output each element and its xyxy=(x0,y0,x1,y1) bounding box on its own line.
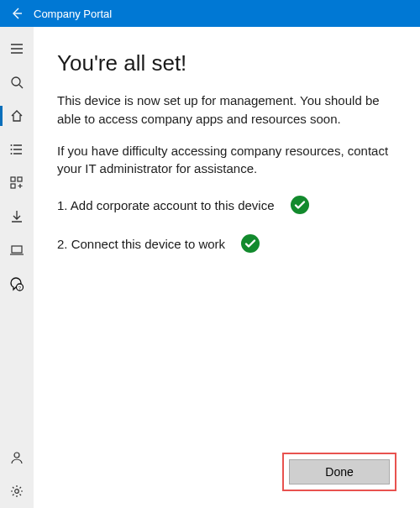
svg-rect-5 xyxy=(18,177,22,181)
settings-icon xyxy=(10,484,24,498)
footer: Done xyxy=(57,453,396,491)
svg-rect-7 xyxy=(12,246,22,253)
step-item: 1. Add corporate account to this device xyxy=(57,195,396,215)
step-label: 2. Connect this device to work xyxy=(57,237,225,251)
nav-menu[interactable] xyxy=(0,32,34,65)
download-icon xyxy=(10,210,24,223)
setup-steps: 1. Add corporate account to this device … xyxy=(57,195,396,272)
apps-icon xyxy=(10,176,24,190)
nav-downloads[interactable] xyxy=(0,200,34,233)
support-icon: ? xyxy=(10,277,24,291)
nav-search[interactable] xyxy=(0,65,34,99)
user-icon xyxy=(10,451,24,464)
svg-point-0 xyxy=(12,77,20,86)
nav-settings[interactable] xyxy=(0,474,34,508)
sidebar: ? xyxy=(0,27,34,508)
svg-point-3 xyxy=(11,153,13,154)
device-icon xyxy=(10,244,24,257)
svg-point-1 xyxy=(11,144,13,146)
svg-point-2 xyxy=(11,149,13,150)
list-icon xyxy=(10,143,24,156)
main-content: You're all set! This device is now set u… xyxy=(34,27,420,508)
home-icon xyxy=(10,109,24,123)
nav-apps[interactable] xyxy=(0,166,34,200)
nav-devices[interactable] xyxy=(0,233,34,267)
svg-rect-4 xyxy=(11,177,15,181)
search-icon xyxy=(10,76,24,89)
nav-home[interactable] xyxy=(0,99,34,133)
svg-point-11 xyxy=(15,490,19,494)
app-title: Company Portal xyxy=(34,8,112,20)
nav-list[interactable] xyxy=(0,133,34,166)
done-button[interactable]: Done xyxy=(289,459,390,484)
page-heading: You're all set! xyxy=(57,50,396,76)
step-item: 2. Connect this device to work xyxy=(57,233,396,254)
app-shell: ? You're all set! This device is now set… xyxy=(0,27,420,508)
back-button[interactable] xyxy=(5,0,29,27)
step-label: 1. Add corporate account to this device xyxy=(57,198,275,212)
checkmark-icon xyxy=(290,195,310,215)
svg-rect-6 xyxy=(11,184,15,188)
checkmark-icon xyxy=(240,233,260,254)
nav-support[interactable]: ? xyxy=(0,267,34,301)
nav-user[interactable] xyxy=(0,441,34,474)
menu-icon xyxy=(10,42,24,55)
arrow-left-icon xyxy=(10,7,24,20)
support-instructions: If you have difficulty accessing company… xyxy=(57,142,396,179)
titlebar: Company Portal xyxy=(0,0,420,27)
setup-complete-message: This device is now set up for management… xyxy=(57,92,396,128)
done-highlight: Done xyxy=(282,453,396,491)
svg-point-10 xyxy=(14,453,19,458)
